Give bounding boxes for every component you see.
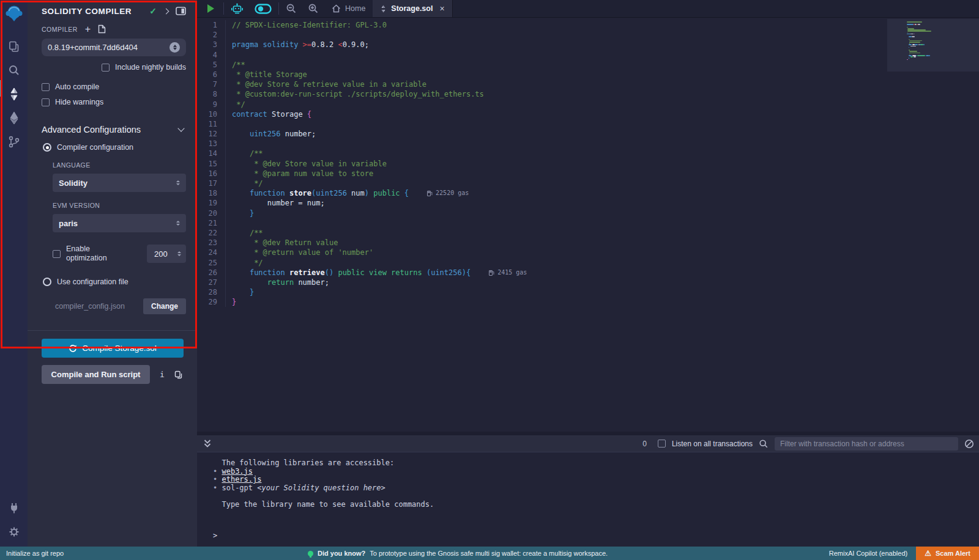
line-number: 1 <box>197 20 225 30</box>
gas-estimate: 22520 gas <box>427 188 469 198</box>
code-line[interactable]: 20 } <box>197 208 887 218</box>
terminal-line: • sol-gpt <your Solidity question here> <box>213 484 967 493</box>
code-line[interactable]: 1// SPDX-License-Identifier: GPL-3.0 <box>197 20 887 30</box>
code-line[interactable]: 13 <box>197 139 887 149</box>
code-line[interactable]: 24 * @return value of 'number' <box>197 248 887 257</box>
code-line[interactable]: 11 <box>197 119 887 129</box>
lightbulb-icon <box>308 551 313 556</box>
file-explorer-icon[interactable] <box>7 39 21 54</box>
code-line[interactable]: 12 uint256 number; <box>197 129 887 139</box>
code-line[interactable]: 3pragma solidity >=0.8.2 <0.9.0; <box>197 40 887 50</box>
code-line[interactable]: 10contract Storage { <box>197 109 887 119</box>
code-line[interactable]: 15 * @dev Store value in variable <box>197 159 887 169</box>
close-tab-icon[interactable]: × <box>439 4 444 13</box>
scam-alert-badge[interactable]: ⚠ Scam Alert <box>916 547 979 560</box>
terminal-prompt[interactable]: > <box>213 532 967 543</box>
clear-console-icon[interactable] <box>964 439 974 449</box>
library-link[interactable]: web3.js <box>221 467 253 476</box>
git-init-status[interactable]: Initialize as git repo <box>6 550 64 557</box>
change-config-button[interactable]: Change <box>143 298 186 314</box>
settings-gear-icon[interactable] <box>7 525 21 539</box>
play-icon <box>207 4 214 13</box>
code-line[interactable]: 7 * @dev Store & retrieve value in a var… <box>197 79 887 89</box>
pin-panel-icon[interactable] <box>176 7 186 15</box>
open-file-icon[interactable] <box>98 24 106 34</box>
listen-transactions-label: Listen on all transactions <box>672 440 753 448</box>
solidity-compiler-panel: SOLIDITY COMPILER ✓ COMPILER + <box>28 0 197 547</box>
auto-compile-checkbox[interactable] <box>42 83 50 91</box>
use-configuration-file-radio[interactable] <box>43 278 51 286</box>
compile-and-run-button[interactable]: Compile and Run script <box>42 365 150 384</box>
code-line[interactable]: 25 */ <box>197 258 887 268</box>
code-line[interactable]: 17 */ <box>197 179 887 188</box>
chevron-right-icon[interactable] <box>163 8 169 14</box>
code-line[interactable]: 27 return number; <box>197 278 887 287</box>
plugin-manager-icon[interactable] <box>7 501 21 515</box>
git-icon[interactable] <box>7 134 21 149</box>
add-compiler-icon[interactable]: + <box>85 26 91 32</box>
search-icon[interactable] <box>7 63 21 78</box>
language-value: Solidity <box>59 179 176 188</box>
code-line[interactable]: 18 function store(uint256 num) public {2… <box>197 188 887 198</box>
code-editor[interactable]: 1// SPDX-License-Identifier: GPL-3.023pr… <box>197 18 979 432</box>
code-line[interactable]: 4 <box>197 50 887 60</box>
home-icon <box>332 4 341 13</box>
code-line[interactable]: 8 * @custom:dev-run-script ./scripts/dep… <box>197 89 887 99</box>
fuel-icon <box>427 190 433 196</box>
collapse-terminal-icon[interactable] <box>203 439 212 448</box>
hide-warnings-checkbox[interactable] <box>42 98 50 106</box>
copilot-toggle[interactable] <box>249 0 277 17</box>
ai-copilot-robot-icon[interactable] <box>225 0 249 17</box>
code-line[interactable]: 28 } <box>197 287 887 297</box>
code-line[interactable]: 21 <box>197 218 887 228</box>
remix-logo-icon[interactable] <box>4 3 24 24</box>
tab-home[interactable]: Home <box>324 0 373 17</box>
tab-storage-sol[interactable]: Storage.sol × <box>373 0 452 17</box>
code-line[interactable]: 6 * @title Storage <box>197 70 887 79</box>
runs-stepper-icon[interactable] <box>177 251 181 256</box>
terminal-line <box>213 492 967 501</box>
zoom-in-icon[interactable] <box>302 0 324 17</box>
run-script-button[interactable] <box>197 0 222 17</box>
code-line[interactable]: 16 * @param num value to store <box>197 169 887 179</box>
tip-bold: Did you know? <box>318 550 365 557</box>
line-number: 25 <box>197 258 225 268</box>
nightly-builds-checkbox[interactable] <box>102 64 110 72</box>
compiler-configuration-radio[interactable] <box>43 143 51 152</box>
chevron-down-icon[interactable] <box>177 125 184 131</box>
code-line[interactable]: 29} <box>197 297 887 307</box>
gas-estimate: 2415 gas <box>489 268 527 278</box>
zoom-out-icon[interactable] <box>280 0 302 17</box>
advanced-configurations-heading[interactable]: Advanced Configurations <box>42 125 179 134</box>
code-line[interactable]: 2 <box>197 30 887 40</box>
optimization-runs-input[interactable]: 200 <box>147 245 186 263</box>
line-number: 11 <box>197 119 225 129</box>
code-line[interactable]: 19 number = num; <box>197 198 887 208</box>
language-select[interactable]: Solidity <box>53 174 186 192</box>
code-line[interactable]: 9 */ <box>197 100 887 109</box>
line-number: 23 <box>197 238 225 248</box>
code-line[interactable]: 14 /** <box>197 149 887 158</box>
compile-button[interactable]: Compile Storage.sol <box>42 339 184 358</box>
line-number: 12 <box>197 129 225 139</box>
library-link[interactable]: ethers.js <box>221 475 261 484</box>
deploy-run-icon[interactable] <box>7 111 21 125</box>
evm-version-select[interactable]: paris <box>53 214 186 232</box>
enable-optimization-checkbox[interactable] <box>53 250 61 258</box>
code-line[interactable]: 22 /** <box>197 228 887 238</box>
code-line[interactable]: 23 * @dev Return value <box>197 238 887 248</box>
minimap-slider[interactable] <box>887 19 979 72</box>
language-stepper-icon <box>176 180 180 185</box>
code-line[interactable]: 26 function retrieve() public view retur… <box>197 268 887 278</box>
info-icon[interactable]: i <box>160 370 165 379</box>
minimap[interactable] <box>887 18 979 432</box>
terminal-search-icon[interactable] <box>759 439 769 449</box>
compiler-version-select[interactable]: 0.8.19+commit.7dd6d404 <box>42 39 186 56</box>
code-line[interactable]: 5/** <box>197 60 887 70</box>
version-stepper-icon[interactable] <box>169 42 180 53</box>
compiler-section-label: COMPILER <box>42 26 78 33</box>
copy-icon[interactable] <box>174 370 182 379</box>
transaction-filter-input[interactable] <box>775 437 958 451</box>
listen-transactions-checkbox[interactable] <box>658 440 666 448</box>
solidity-compiler-icon[interactable] <box>7 87 21 101</box>
